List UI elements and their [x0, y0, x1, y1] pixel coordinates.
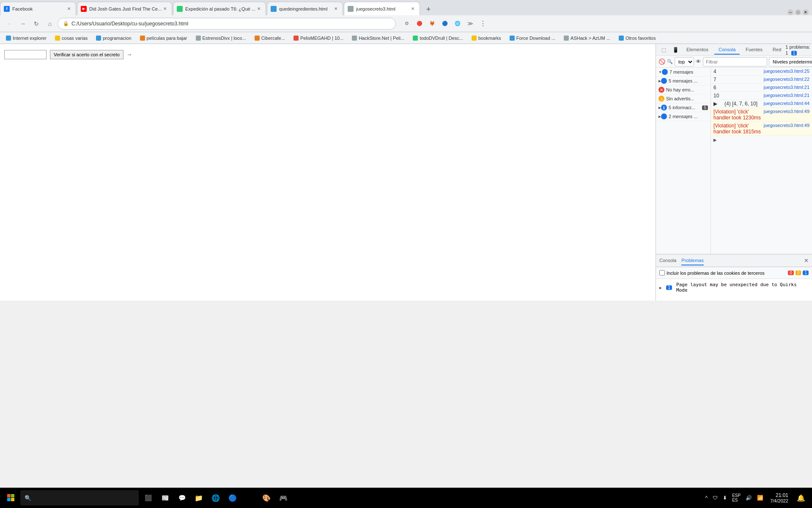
tray-chevron[interactable]: ^ — [704, 493, 710, 502]
bookmark-programacion[interactable]: programacion — [93, 35, 134, 41]
forward-button[interactable]: → — [17, 18, 29, 30]
bookmark-pelismega[interactable]: PelisMEGAHD | 10... — [291, 35, 346, 41]
tray-antivirus[interactable]: 🛡 — [711, 493, 719, 502]
notification-button[interactable]: 🔔 — [793, 490, 809, 505]
devtools-tab-fuentes[interactable]: Fuentes — [741, 45, 767, 55]
bookmark-internet-explorer[interactable]: Internet explorer — [3, 35, 49, 41]
teams-button[interactable]: 💬 — [174, 490, 189, 505]
new-tab-button[interactable]: + — [422, 3, 434, 15]
back-button[interactable]: ← — [3, 18, 15, 30]
log-link-violation1[interactable]: juegosecreto3.html:49 — [764, 109, 809, 114]
log-link-10[interactable]: juegosecreto3.html:21 — [764, 93, 809, 98]
bookmark-hackstore[interactable]: HackStore.Net | Peli... — [349, 35, 407, 41]
tab-expedicion[interactable]: Expedición al pasado T6: ¿Qué ... ✕ — [173, 2, 266, 15]
log-entry-violation2: [Violation] 'click' handler took 1815ms … — [711, 122, 812, 136]
third-party-checkbox[interactable] — [659, 270, 665, 276]
close-tab-juegosecreto[interactable]: ✕ — [409, 6, 416, 12]
problems-tab-consola[interactable]: Consola — [659, 256, 676, 265]
tray-lang[interactable]: ESP ES — [730, 491, 742, 504]
console-group-no-errors-header[interactable]: ✕ No hay erro... — [656, 86, 710, 94]
log-link-6[interactable]: juegosecreto3.html:21 — [764, 85, 809, 90]
tab-favicon-facebook: f — [4, 6, 10, 12]
extension-icon-1[interactable]: ⚙ — [401, 18, 413, 30]
bookmark-label-otros: Otros favoritos — [625, 36, 656, 41]
problem-item-quirks[interactable]: ▶ 1 Page layout may be unexpected due to… — [659, 281, 809, 294]
console-group-info-icon: ℹ — [661, 105, 667, 110]
bookmark-ashack[interactable]: ASHack > AzUM ... — [561, 35, 613, 41]
search-taskbar-button[interactable]: 🔍 — [20, 490, 139, 505]
bookmark-label-ie: Internet explorer — [13, 36, 47, 41]
extension-menu[interactable]: ≫ — [464, 18, 476, 30]
console-group-no-warnings-header[interactable]: ⚠ Sin advertis... — [656, 94, 710, 103]
bookmark-cibercafe[interactable]: Cibercafe... — [252, 35, 288, 41]
address-bar[interactable]: 🔒 C:/Users/Usuario/Desktop/cu-su/juegose… — [58, 18, 396, 30]
tab-favicon-ingredientes — [271, 6, 277, 12]
console-filter-input[interactable] — [703, 57, 767, 66]
devtools-tab-consola[interactable]: Consola — [714, 45, 740, 55]
tray-network[interactable]: 📶 — [755, 493, 765, 502]
minimize-button[interactable]: ─ — [787, 9, 793, 15]
svg-rect-3 — [11, 498, 14, 501]
console-filter-icon[interactable]: 🔍 — [667, 57, 673, 67]
devtools-inspect-button[interactable]: ⬚ — [658, 45, 669, 55]
console-group-7messages-header[interactable]: ▼ 7 mensajes — [656, 68, 710, 76]
close-tab-facebook[interactable]: ✕ — [66, 6, 72, 12]
console-context-select[interactable]: top — [675, 57, 694, 66]
taskbar-edge-button[interactable]: 🔵 — [225, 490, 240, 505]
bookmark-estrenos[interactable]: EstrenosDivx | loco... — [193, 35, 249, 41]
devtools-tab-red[interactable]: Red — [768, 45, 785, 55]
taskbar-game-button[interactable]: 🎮 — [276, 490, 291, 505]
close-tab-expedicion[interactable]: ✕ — [255, 6, 262, 12]
task-view-button[interactable]: ⬛ — [140, 490, 156, 505]
close-window-button[interactable]: ✕ — [803, 9, 809, 15]
verify-button[interactable]: Verificar si acerto con el secreto — [50, 50, 123, 59]
extension-icon-5[interactable]: 🌐 — [452, 18, 464, 30]
taskbar-files-button[interactable]: 📁 — [191, 490, 206, 505]
console-eye-button[interactable]: 👁 — [696, 57, 701, 67]
close-tab-ingredientes[interactable]: ✕ — [332, 6, 339, 12]
devtools-tab-elementos[interactable]: Elementos — [682, 45, 713, 55]
console-group-2messages-header[interactable]: ▶ 2 mensajes ... — [656, 112, 710, 121]
bookmark-tododvd[interactable]: todoDVDrull | Desc... — [410, 35, 466, 41]
home-button[interactable]: ⌂ — [44, 18, 56, 30]
bookmark-bookmarks[interactable]: bookmarks — [469, 35, 504, 41]
extension-icon-2[interactable]: 🔴 — [414, 18, 425, 30]
log-link-4[interactable]: juegosecreto3.html:25 — [764, 69, 809, 74]
tab-youtube[interactable]: ▶ Did Josh Gates Just Find The Ce... ✕ — [77, 2, 172, 15]
taskbar-browser-button[interactable]: 🌐 — [208, 490, 223, 505]
problem-item-badge: 1 — [666, 285, 672, 290]
bookmark-force-download[interactable]: Force Download ... — [507, 35, 558, 41]
tray-update[interactable]: ⬇ — [721, 493, 729, 502]
taskbar-store-button[interactable]: 🛍 — [242, 490, 257, 505]
problems-tab-problems[interactable]: Problemas — [681, 256, 704, 265]
restore-button[interactable]: □ — [795, 9, 801, 15]
log-link-array[interactable]: juegosecreto3.html:44 — [764, 101, 809, 106]
extension-icon-3[interactable]: 🦊 — [426, 18, 438, 30]
widgets-button[interactable]: 📰 — [157, 490, 173, 505]
close-tab-youtube[interactable]: ✕ — [162, 6, 168, 12]
tab-facebook[interactable]: f Facebook ✕ — [0, 2, 76, 15]
tab-juegosecreto[interactable]: juegosecreto3.html ✕ — [344, 2, 420, 15]
time-date-display[interactable]: 21:01 7/4/2022 — [767, 491, 792, 505]
bookmark-peliculas[interactable]: películas para bajar — [137, 35, 190, 41]
log-link-violation2[interactable]: juegosecreto3.html:49 — [764, 123, 809, 128]
bookmark-cosas-varias[interactable]: cosas varias — [52, 35, 90, 41]
tray-volume[interactable]: 🔊 — [744, 493, 754, 502]
log-link-7[interactable]: juegosecreto3.html:22 — [764, 77, 809, 82]
console-group-info-header[interactable]: ▶ ℹ 5 informaci... 5 — [656, 103, 710, 112]
problems-panel-close[interactable]: ✕ — [804, 257, 809, 264]
refresh-button[interactable]: ↻ — [30, 18, 42, 30]
console-clear-button[interactable]: 🚫 — [658, 57, 665, 67]
tab-ingredientes[interactable]: quedeingredientes.html ✕ — [267, 2, 343, 15]
console-expand-more[interactable]: ▶ — [711, 136, 812, 144]
start-button[interactable] — [3, 490, 19, 505]
console-level-select[interactable]: Niveles predeterminados — [769, 57, 812, 66]
bookmark-label-cosas: cosas varias — [62, 36, 88, 41]
browser-menu[interactable]: ⋮ — [477, 18, 489, 30]
console-group-5messages-header[interactable]: ▶ 5 mensajes ... — [656, 77, 710, 85]
devtools-device-button[interactable]: 📱 — [670, 45, 680, 55]
extension-icon-4[interactable]: 🔵 — [439, 18, 451, 30]
secret-input[interactable] — [4, 50, 47, 59]
taskbar-paint-button[interactable]: 🎨 — [259, 490, 274, 505]
bookmark-otros-favoritos[interactable]: Otros favoritos — [616, 35, 658, 41]
